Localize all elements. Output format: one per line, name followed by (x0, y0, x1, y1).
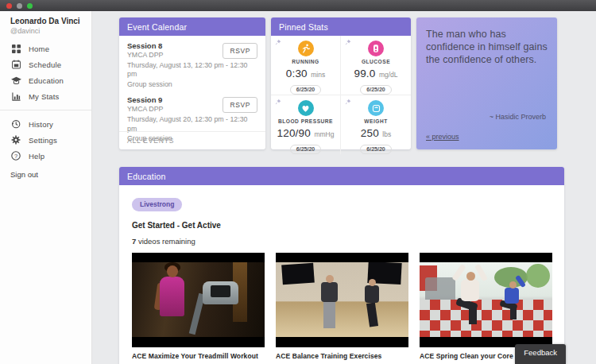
rsvp-button[interactable]: RSVP (223, 97, 257, 113)
event-time: Thursday, August 13, 12:30 pm - 12:30 pm (127, 61, 254, 79)
window-close-button[interactable] (6, 3, 12, 9)
video-caption: ACE Balance Training Exercises (276, 352, 408, 360)
video-thumbnail-treadmill[interactable] (132, 253, 265, 347)
stat-cell-weight[interactable]: WEIGHT 250 lbs 6/25/20 (341, 95, 411, 154)
heart-icon (298, 100, 314, 116)
rsvp-button[interactable]: RSVP (223, 43, 257, 59)
quote-text: The man who has confidence in himself ga… (426, 28, 548, 66)
program-badge: Livestrong (132, 198, 182, 211)
sidebar-item-label: My Stats (29, 92, 60, 101)
sidebar-item-history[interactable]: History (0, 116, 91, 132)
education-card: Education Livestrong Get Started - Get A… (119, 167, 564, 364)
previous-quote-link[interactable]: « previous (426, 133, 459, 141)
session-title: Get Started - Get Active (132, 221, 551, 230)
sidebar-item-label: History (29, 120, 53, 129)
event-calendar-card: Event Calendar Session 8 YMCA DPP Thursd… (119, 17, 265, 149)
event-item: Session 8 YMCA DPP Thursday, August 13, … (127, 41, 257, 89)
stat-label: GLUCOSE (341, 59, 411, 64)
sidebar-item-home[interactable]: Home (0, 41, 91, 56)
sidebar-item-label: Home (29, 45, 49, 53)
glucose-meter-icon (368, 41, 384, 56)
stat-value: 0:30 (286, 68, 308, 79)
video-thumbnail-balance[interactable] (276, 253, 408, 347)
svg-text:?: ? (14, 153, 17, 160)
running-icon (298, 41, 314, 56)
stat-unit: mmHg (314, 130, 334, 138)
event-type: Group session (127, 80, 257, 90)
video-caption: ACE Maximize Your Treadmill Workout (132, 352, 265, 360)
pinned-stats-header: Pinned Stats (271, 17, 411, 36)
pin-icon[interactable] (345, 39, 351, 45)
stat-cell-glucose[interactable]: GLUCOSE 99.0 mg/dL 6/25/20 (341, 36, 411, 95)
home-grid-icon (10, 44, 21, 54)
sidebar-item-my-stats[interactable]: My Stats (0, 88, 91, 104)
videos-remaining-text: videos remaining (136, 237, 195, 246)
sidebar-item-label: Education (29, 76, 64, 85)
quote-attribution: ~ Hasidic Proverb (490, 113, 546, 121)
stat-cell-blood-pressure[interactable]: BLOOD PRESSURE 120/90 mmHg 6/25/20 (271, 95, 341, 154)
stat-value: 120/90 (277, 127, 312, 139)
user-handle: @davinci (10, 27, 91, 35)
pinned-stats-card: Pinned Stats RUNNING 0:30 mins 6/25/20 (271, 17, 411, 149)
window-minimize-button[interactable] (17, 3, 22, 9)
stat-date-badge: 6/25/20 (360, 85, 391, 95)
stat-date-badge: 6/25/20 (360, 145, 391, 154)
video-item: ACE Maximize Your Treadmill Workout (132, 253, 265, 360)
all-events-link[interactable]: ALL EVENTS (119, 131, 265, 149)
history-clock-icon (10, 119, 21, 130)
stat-unit: mins (311, 71, 325, 79)
videos-remaining: 7 videos remaining (132, 237, 551, 246)
stat-label: RUNNING (271, 59, 340, 64)
stats-grid: RUNNING 0:30 mins 6/25/20 GLUCOSE 99.0 m… (271, 36, 411, 149)
sign-out-link[interactable]: Sign out (0, 170, 91, 179)
video-thumbnail-core[interactable] (420, 253, 552, 347)
stat-label: BLOOD PRESSURE (271, 118, 340, 124)
sidebar-item-label: Schedule (29, 60, 61, 69)
sidebar-item-schedule[interactable]: Schedule (0, 56, 91, 72)
stat-value: 250 (361, 127, 379, 139)
video-item: ACE Balance Training Exercises (276, 253, 408, 360)
app-window: Leonardo Da Vinci @davinci Home Schedule (0, 0, 596, 364)
video-still-image (276, 262, 408, 337)
stat-date-badge: 6/25/20 (290, 85, 321, 95)
event-list: Session 8 YMCA DPP Thursday, August 13, … (119, 36, 265, 144)
video-still-image (132, 262, 265, 337)
event-calendar-header: Event Calendar (119, 17, 265, 36)
scale-icon (368, 100, 384, 116)
feedback-button[interactable]: Feedback (515, 344, 566, 364)
calendar-icon (10, 60, 21, 70)
sidebar-item-label: Help (29, 152, 45, 161)
pin-icon[interactable] (345, 99, 351, 105)
stat-unit: lbs (382, 130, 391, 138)
gear-icon (10, 135, 21, 145)
user-block: Leonardo Da Vinci @davinci (0, 11, 91, 35)
video-list: ACE Maximize Your Treadmill Workout ACE … (132, 253, 551, 360)
pin-icon[interactable] (275, 99, 281, 105)
help-circle-icon: ? (10, 151, 21, 161)
sidebar-item-label: Settings (29, 136, 57, 145)
window-zoom-button[interactable] (27, 3, 33, 9)
pin-icon[interactable] (275, 39, 281, 45)
sidebar: Leonardo Da Vinci @davinci Home Schedule (0, 11, 92, 364)
graduation-cap-icon (10, 76, 21, 86)
stat-label: WEIGHT (341, 118, 411, 124)
education-header: Education (119, 167, 564, 185)
video-still-image (420, 262, 552, 337)
window-titlebar (0, 0, 596, 11)
sidebar-item-settings[interactable]: Settings (0, 132, 91, 148)
stat-value: 99.0 (354, 68, 375, 79)
sidebar-nav: Home Schedule Education My Stats (0, 41, 91, 179)
bar-chart-icon (10, 91, 21, 102)
user-name: Leonardo Da Vinci (10, 17, 91, 25)
sidebar-item-help[interactable]: ? Help (0, 148, 91, 164)
stat-cell-running[interactable]: RUNNING 0:30 mins 6/25/20 (271, 36, 341, 95)
stat-date-badge: 6/25/20 (290, 145, 321, 154)
sidebar-divider (0, 110, 91, 110)
quote-card: The man who has confidence in himself ga… (416, 17, 557, 149)
sidebar-item-education[interactable]: Education (0, 72, 91, 88)
stat-unit: mg/dL (379, 71, 398, 79)
